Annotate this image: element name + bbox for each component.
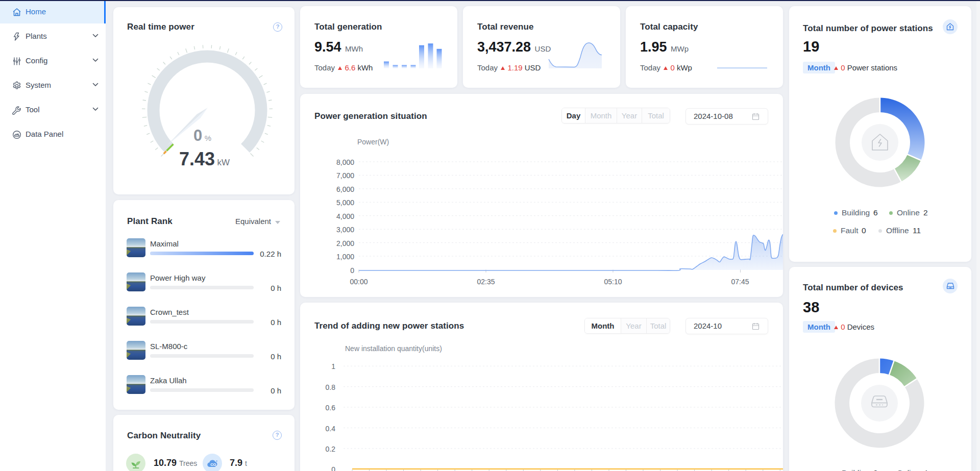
svg-text:CO: CO (210, 462, 216, 467)
